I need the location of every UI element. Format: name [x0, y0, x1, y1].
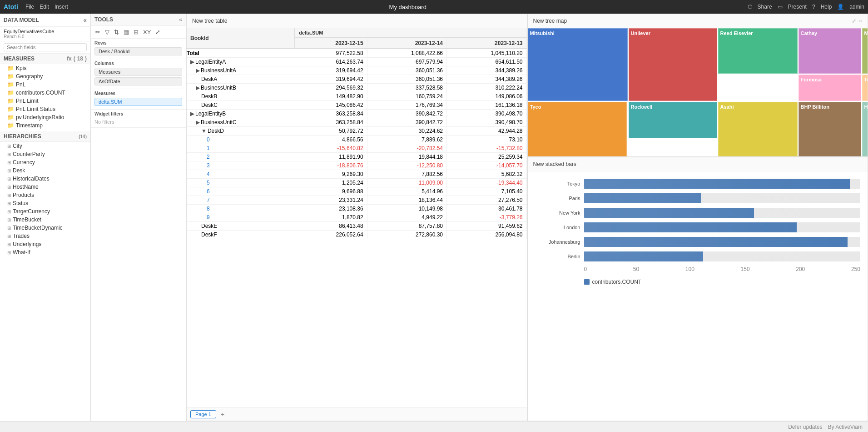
- sidebar-item-hierarchy[interactable]: ⊞Underlyings: [0, 240, 90, 248]
- sidebar-item-measure[interactable]: 📁Timestamp: [0, 121, 90, 130]
- sidebar-item-measure[interactable]: 📁contributors.COUNT: [0, 89, 90, 97]
- sidebar-item-hierarchy[interactable]: ⊞City: [0, 142, 90, 150]
- sidebar-item-measure[interactable]: 📁PnL: [0, 80, 90, 89]
- hierarchy-icon: ⊞: [7, 152, 11, 157]
- table-scroll[interactable]: BookId delta.SUM 2023-12-15 2023-12-14 2…: [187, 28, 527, 407]
- menu-file[interactable]: File: [25, 4, 34, 10]
- table-cell-v2: 160,759.24: [367, 92, 446, 101]
- table-row[interactable]: DeskE 86,413.48 87,757.80 91,459.62: [187, 222, 526, 231]
- table-cell-v1: 23,108.36: [295, 205, 367, 213]
- menu-insert[interactable]: Insert: [55, 4, 68, 10]
- table-row[interactable]: DeskF 226,052.64 272,860.30 256,094.80: [187, 231, 526, 239]
- sidebar-item-hierarchy[interactable]: ⊞HostName: [0, 183, 90, 191]
- table-row[interactable]: 1 -15,640.82 -20,782.54 -15,732.80: [187, 144, 526, 153]
- table-row[interactable]: DeskB 149,482.90 160,759.24 149,086.06: [187, 92, 526, 101]
- table-row[interactable]: ▶BusinessUnitA 319,694.42 360,051.36 344…: [187, 66, 526, 75]
- model-selector[interactable]: EquityDerivativesCube Ranch 6.0: [0, 27, 90, 41]
- treemap-cell[interactable]: BHP Billiton: [799, 102, 861, 156]
- table-row[interactable]: ▶BusinessUnitB 294,569.32 337,528.58 310…: [187, 84, 526, 92]
- table-cell-label: 4: [187, 170, 295, 179]
- search-area: [0, 41, 90, 54]
- treemap-cell[interactable]: Unilever: [629, 28, 717, 101]
- table-row[interactable]: 9 1,870.82 4,949.22 -3,779.26: [187, 213, 526, 222]
- sidebar-item-hierarchy[interactable]: ⊞Status: [0, 199, 90, 207]
- sort-icon[interactable]: ⇅: [113, 28, 120, 36]
- bar-background: [584, 179, 861, 189]
- table-row[interactable]: 2 11,891.90 19,844.18 25,259.34: [187, 153, 526, 161]
- fx-icon[interactable]: fx: [67, 55, 72, 62]
- sidebar-collapse-icon[interactable]: «: [83, 16, 87, 24]
- table-row[interactable]: DeskC 145,086.42 176,769.34 161,136.18: [187, 101, 526, 110]
- sidebar-item-hierarchy[interactable]: ⊞TimeBucketDynamic: [0, 224, 90, 232]
- table-row[interactable]: 6 9,696.88 5,414.96 7,105.40: [187, 187, 526, 196]
- user-button[interactable]: admin: [849, 4, 864, 10]
- bar-row: Paris: [535, 193, 861, 203]
- tree-map-widget: New tree map ⤢ ○ MitsubishiUnileverReed …: [527, 14, 868, 157]
- page-1-tab[interactable]: Page 1: [190, 410, 216, 418]
- treemap-cell[interactable]: HSBC: [862, 102, 868, 156]
- table-row[interactable]: 3 -18,806.76 -12,250.80 -14,057.70: [187, 161, 526, 170]
- sidebar-item-hierarchy[interactable]: ⊞HistoricalDates: [0, 175, 90, 183]
- treemap-cell[interactable]: Asahi: [718, 102, 798, 156]
- table-row[interactable]: ▶LegalEntityA 614,263.74 697,579.94 654,…: [187, 58, 526, 66]
- expand-icon[interactable]: ⤢: [154, 28, 161, 36]
- table-row[interactable]: DeskA 319,694.42 360,051.36 344,389.26: [187, 75, 526, 84]
- sidebar-item-hierarchy[interactable]: ⊞Trades: [0, 232, 90, 240]
- table-row[interactable]: Total 977,522.58 1,088,422.66 1,045,110.…: [187, 49, 526, 58]
- measures-delta-sum[interactable]: delta.SUM: [94, 98, 182, 106]
- search-input[interactable]: [4, 43, 87, 51]
- sidebar-item-measure[interactable]: 📁PnL Limit: [0, 97, 90, 105]
- sidebar-item-hierarchy[interactable]: ⊞Desk: [0, 166, 90, 175]
- table-row[interactable]: 4 9,269.30 7,882.56 5,682.32: [187, 170, 526, 179]
- menu-edit[interactable]: Edit: [40, 4, 49, 10]
- table-cell-label: 6: [187, 187, 295, 196]
- sidebar-item-hierarchy[interactable]: ⊞TimeBucket: [0, 216, 90, 224]
- sidebar-item-measure[interactable]: 📁PnL Limit Status: [0, 105, 90, 113]
- table-row[interactable]: 7 23,331.24 18,136.44 27,276.50: [187, 196, 526, 205]
- sidebar-item-hierarchy[interactable]: ⊞Currency: [0, 158, 90, 166]
- treemap-cell[interactable]: Reed Elsevier: [718, 28, 798, 74]
- edit-icon[interactable]: ✏: [94, 28, 101, 36]
- treemap-cell[interactable]: Tyco: [528, 102, 627, 156]
- treemap-cell[interactable]: Mitsui: [862, 28, 868, 74]
- sidebar-item-measure[interactable]: 📁Geography: [0, 72, 90, 80]
- share-button[interactable]: Share: [758, 4, 772, 10]
- tools-collapse-icon[interactable]: «: [179, 16, 182, 23]
- table-row[interactable]: 5 1,205.24 -11,009.00 -19,344.40: [187, 179, 526, 187]
- treemap-cell[interactable]: Formosa: [799, 75, 861, 101]
- treemap-cell[interactable]: Cathay: [799, 28, 861, 74]
- xy-icon[interactable]: XY: [142, 28, 152, 36]
- columns-asofdate[interactable]: AsOfDate: [94, 77, 182, 85]
- table-icon[interactable]: ⊞: [133, 28, 139, 36]
- filter-icon[interactable]: ▽: [104, 28, 110, 36]
- sidebar-item-hierarchy[interactable]: ⊞TargetCurrency: [0, 207, 90, 216]
- treemap-cell[interactable]: Total: [862, 75, 868, 101]
- model-sub: Ranch 6.0: [4, 34, 87, 39]
- sidebar-item-hierarchy[interactable]: ⊞What-If: [0, 248, 90, 256]
- table-row[interactable]: ▶LegalEntityB 363,258.84 390,842.72 390,…: [187, 110, 526, 118]
- table-row[interactable]: 0 4,866.56 7,889.62 73.10: [187, 136, 526, 144]
- bar-chart-wrapper: TokyoParisNew YorkLondonJohannesburgBerl…: [528, 175, 868, 289]
- table-cell-label: 0: [187, 136, 295, 144]
- columns-measures[interactable]: Measures: [94, 68, 182, 76]
- table-row[interactable]: 8 23,108.36 10,149.98 30,461.78: [187, 205, 526, 213]
- defer-updates-button[interactable]: Defer updates: [788, 424, 822, 430]
- bar-chart-icon[interactable]: ▦: [123, 28, 130, 36]
- treemap-cell[interactable]: Rockwell: [629, 102, 717, 138]
- circle-icon[interactable]: ○: [859, 18, 862, 24]
- fullscreen-icon[interactable]: ⤢: [852, 18, 856, 24]
- help-button[interactable]: Help: [821, 4, 832, 10]
- sidebar-item-hierarchy[interactable]: ⊞Products: [0, 191, 90, 199]
- sidebar-item-hierarchy[interactable]: ⊞CounterParty: [0, 150, 90, 158]
- rows-value[interactable]: Desk / BookId: [94, 47, 182, 55]
- table-row[interactable]: ▶BusinessUnitC 363,258.84 390,842.72 390…: [187, 118, 526, 127]
- sidebar-item-measure[interactable]: 📁pv.UnderlyingsRatio: [0, 113, 90, 121]
- share-icon: ⬡: [748, 4, 752, 10]
- measures-tools-section: Measures delta.SUM: [91, 89, 186, 110]
- treemap-cell[interactable]: Mitsubishi: [528, 28, 628, 101]
- table-row[interactable]: ▼DeskD 50,792.72 30,224.62 42,944.28: [187, 127, 526, 136]
- table-cell-v1: 363,258.84: [295, 118, 367, 127]
- present-button[interactable]: Present: [788, 4, 807, 10]
- add-page-button[interactable]: +: [218, 410, 227, 419]
- sidebar-item-measure[interactable]: 📁Kpis: [0, 64, 90, 72]
